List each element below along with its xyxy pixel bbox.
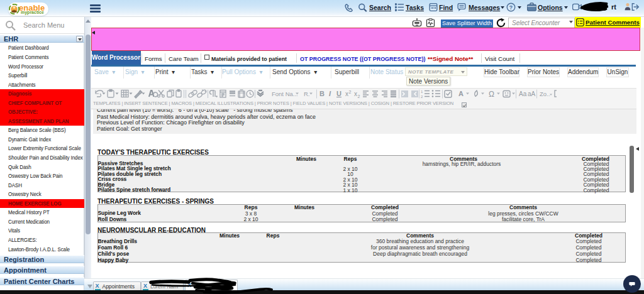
svg-text:x: x	[345, 90, 348, 97]
svg-text:B: B	[319, 90, 325, 97]
svg-text:x: x	[354, 90, 357, 97]
svg-text:Ω: Ω	[489, 90, 494, 99]
svg-text:Zo..: Zo..	[540, 90, 550, 97]
svg-text:2: 2	[349, 90, 352, 94]
svg-text:2: 2	[358, 94, 360, 99]
svg-text:A: A	[458, 90, 464, 97]
svg-text:R.: R.	[304, 90, 310, 97]
svg-text:I: I	[329, 90, 331, 97]
svg-text:1: 1	[421, 90, 423, 94]
svg-text:U: U	[336, 90, 341, 97]
svg-text:?: ?	[509, 4, 513, 11]
svg-text:Font Na...: Font Na...	[272, 90, 298, 97]
svg-text:Aa: Aa	[519, 90, 527, 97]
svg-text:aA: aA	[528, 90, 536, 97]
svg-text:2: 2	[421, 95, 423, 99]
